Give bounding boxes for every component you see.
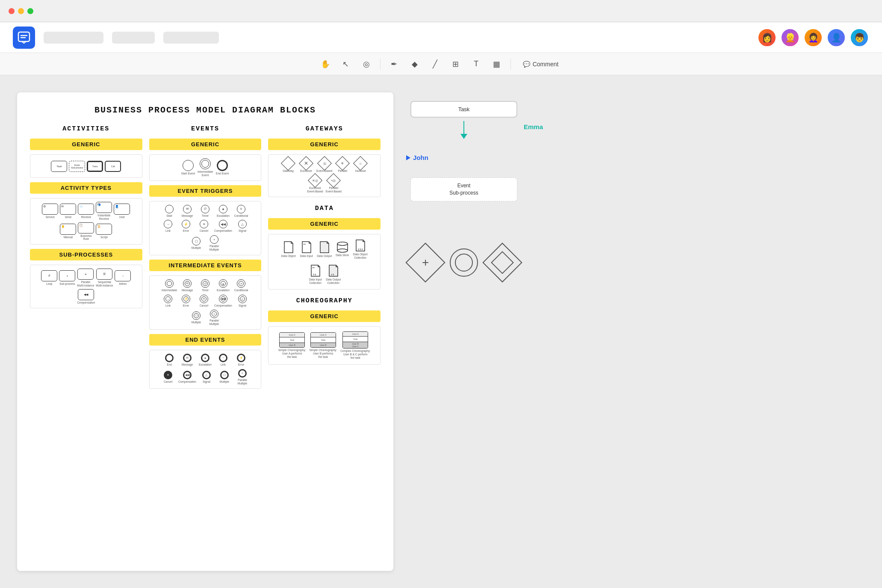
parallel-event-gateway-shape: +◎ ParallelEvent-Based [326,175,342,193]
script-shape: 📜 Script [96,224,112,239]
avatar-user2[interactable]: 👱 [780,28,800,47]
plus-gateway-container: + [411,248,440,277]
app-logo[interactable] [13,27,35,49]
start-event-trigger: Start [162,205,177,218]
end-events-content: End ✉ Message ▲ Escalation → Link [149,350,262,389]
int-message-shape: ✉ Message [180,279,195,292]
call-activity-box: Call [105,161,121,172]
connector-tool[interactable]: ⊞ [449,57,463,71]
nested-diamond-shape [482,242,522,282]
select-tool[interactable]: ↖ [339,57,353,71]
int-signal-shape: △ Signal [235,295,250,307]
escalation-trigger: ▲ Escalation [215,205,231,218]
end-multiple-shape: ⬠ Multiple [217,371,232,384]
titlebar [0,0,882,22]
gateway-shapes-row: + [410,248,517,277]
int-multiple-shape: ⬠ Multiple [189,311,204,324]
shape-tool[interactable]: ◆ [408,57,422,71]
toolbar: ✋ ↖ ◎ ✒ ◆ ╱ ⊞ T ▦ 💬 Comment [0,53,882,75]
maximize-button[interactable] [27,8,33,14]
avatar-user4[interactable]: 👤 [826,28,846,47]
floating-task-area: Task Emma [410,101,517,118]
int-cancel-shape: ✕ Cancel [196,295,212,307]
end-escalation-shape: ▲ Escalation [198,354,213,366]
conditional-trigger: ≡ Conditional [233,205,249,218]
gateways-generic-label: Generic [268,139,381,150]
nav-item-3[interactable] [163,32,219,44]
line-tool[interactable]: ╱ [428,57,442,71]
avatar-user3[interactable]: 👩‍🦱 [803,28,823,47]
data-input-collection-shape: Data InputCollection [308,264,323,285]
fill-tool[interactable]: ◎ [360,57,373,71]
data-object-shape: Data Object [281,241,296,258]
link-trigger: → Link [160,220,176,233]
timer-trigger: ⏱ Timer [198,205,213,218]
activities-generic-label: Generic [30,139,142,150]
emma-label: Emma [524,123,543,130]
error-trigger: ⚡ Error [178,220,194,233]
choreography-generic-label: Generic [268,310,381,322]
hand-tool[interactable]: ✋ [319,57,332,71]
canvas-area: Business Process Model Diagram Blocks AC… [0,75,882,588]
int-link-shape: → Link [160,295,176,307]
int-error-shape: ⚡ Error [178,295,194,307]
call-activity-shape: Call [105,161,121,172]
floating-event-sub-box: EventSub-process [410,177,517,201]
end-error-shape: ⚡ Error [233,354,249,366]
parallel-multiple-trigger: + ParallelMultiple [206,235,222,251]
events-column: EVENTS Generic Start Event IntermediateE… [149,125,262,553]
nav-item-2[interactable] [112,32,155,44]
cancel-trigger: ✕ Cancel [196,220,212,233]
adhoc-shape: ~ Adhoc [115,270,131,286]
gateways-column: GATEWAYS Generic Gateway ✕ Exclusive [268,125,381,553]
header-right: 👩 👱 👩‍🦱 👤 👦 [757,28,869,47]
plus-gateway-shape: + [405,242,445,282]
intermediate-events-label: Intermediate Events [149,260,262,271]
data-store-shape: Data Store [335,242,350,257]
end-event-shape: End Event [215,160,230,175]
data-object-collection-shape: Data ObjectCollection [353,239,368,260]
message-trigger: ✉ Message [180,205,195,218]
sub-processes-label: Sub-processes [30,249,142,260]
app-header: 👩 👱 👩‍🦱 👤 👦 [0,22,882,53]
event-subprocess-shape: EventSub-process [69,161,85,172]
compensation-trigger: ◀◀ Compensation [214,220,232,233]
compensation-shape: ◀◀ Compensation [77,289,95,304]
avatar-user1[interactable]: 👩 [757,28,777,47]
subprocess-shape: + Sub-process [59,270,75,286]
pen-tool[interactable]: ✒ [387,57,401,71]
avatar-user5[interactable]: 👦 [850,28,869,47]
close-button[interactable] [9,8,15,14]
minimize-button[interactable] [18,8,24,14]
event-based-gateway-shape: ◎ Event-Based [316,158,332,173]
comment-button[interactable]: 💬 Comment [518,59,564,69]
signal-trigger: △ Signal [235,220,250,233]
data-input-shape: Data Input [299,241,314,258]
data-output-collection-shape: Data OutputCollection [326,264,341,285]
svg-point-1 [337,242,348,245]
floating-task-box: Task [410,101,517,118]
exclusive-event-gateway-shape: ✕◎ ExclusiveEvent-Based [307,175,323,193]
diagram-title: Business Process Model Diagram Blocks [30,105,381,115]
header-left [13,27,219,49]
end-cancel-shape: ✕ Cancel [160,371,176,384]
end-message-shape: ✉ Message [180,354,195,366]
event-triggers-label: Event Triggers [149,185,262,197]
end-signal-shape: △ Signal [199,371,214,384]
diagram-card: Business Process Model Diagram Blocks AC… [17,92,393,571]
svg-rect-0 [18,32,29,41]
task-box: Task [51,161,67,172]
table-tool[interactable]: ▦ [490,57,504,71]
nav-item-1[interactable] [44,32,103,44]
text-tool[interactable]: T [469,57,483,71]
separator-2 [510,59,511,69]
instantiate-shape: 📬 InstantiateReceive [96,202,112,221]
simple-choreography-2: User A Task User B Simple Choreography:U… [309,332,337,358]
activities-column: ACTIVITIES Generic Task EventSub-process… [30,125,142,553]
activities-generic-content: Task EventSub-process Trans Call [30,154,142,178]
user-shape: 👤 User [114,204,130,219]
complex-choreography: User A Task User B User C Complex Choreo… [340,331,370,359]
arrow-connector [460,121,467,139]
transaction-shape: Trans [87,161,103,172]
diagram-columns: ACTIVITIES Generic Task EventSub-process… [30,125,381,553]
